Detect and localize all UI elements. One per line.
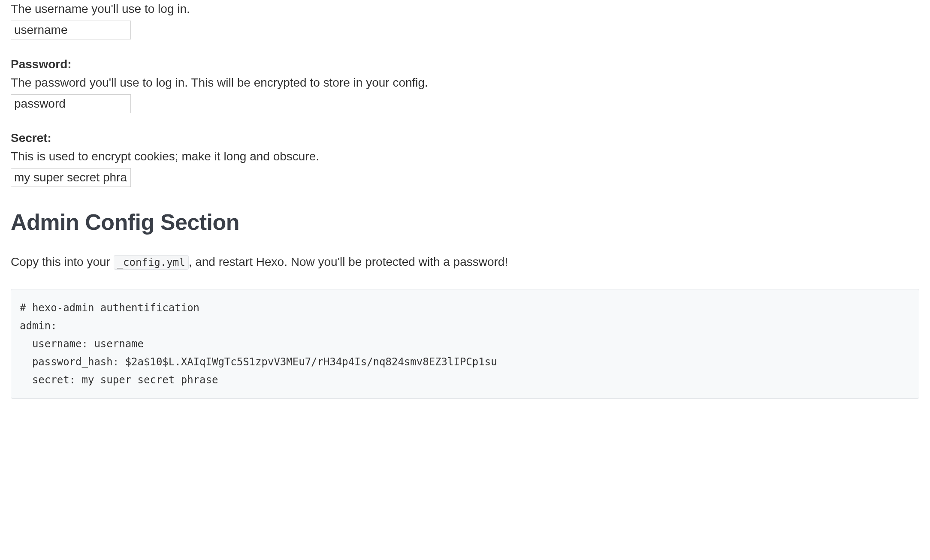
instruction-suffix: , and restart Hexo. Now you'll be protec… [189,255,508,268]
secret-input[interactable] [11,168,131,187]
config-codeblock[interactable]: # hexo-admin authentification admin: use… [11,289,919,399]
password-description: The password you'll use to log in. This … [11,74,919,92]
secret-label: Secret: [11,131,919,145]
password-label: Password: [11,57,919,71]
username-input[interactable] [11,21,131,39]
username-description: The username you'll use to log in. [11,0,919,18]
password-input[interactable] [11,94,131,113]
config-filename: _config.yml [114,255,189,270]
config-section-heading: Admin Config Section [11,209,919,235]
config-instruction: Copy this into your _config.yml, and res… [11,253,919,271]
instruction-prefix: Copy this into your [11,255,114,268]
secret-description: This is used to encrypt cookies; make it… [11,148,919,166]
